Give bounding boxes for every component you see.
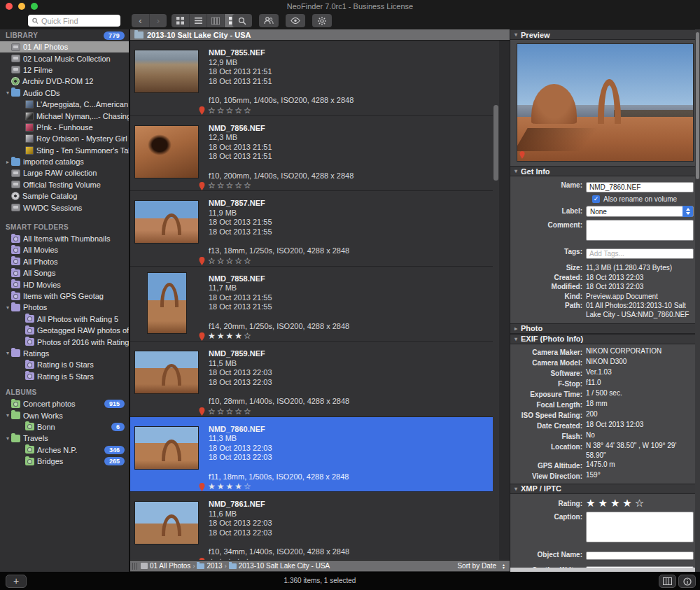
sidebar-item[interactable]: ▾Photos	[0, 302, 129, 313]
sidebar-item[interactable]: Large RAW collection	[0, 167, 129, 178]
sidebar-item[interactable]: Sample Catalog	[0, 190, 129, 202]
preview-section-header[interactable]: ▾ Preview	[510, 29, 700, 40]
rename-checkbox[interactable]: ✓	[592, 195, 600, 203]
disclosure-triangle-icon: ▾	[4, 90, 11, 96]
forward-button[interactable]: ›	[149, 14, 167, 27]
comment-input[interactable]	[586, 220, 694, 241]
sidebar-item[interactable]: ▾Ratings	[0, 348, 129, 359]
map-icon	[663, 577, 672, 585]
map-button[interactable]	[659, 575, 676, 588]
sort-stepper-icon[interactable]: ▲▼	[502, 563, 505, 569]
sidebar-item[interactable]: P!nk - Funhouse	[0, 122, 129, 133]
find-button[interactable]	[232, 14, 252, 27]
xmp-field-input[interactable]	[586, 552, 694, 560]
inspector-scrollbar-thumb[interactable]	[696, 32, 699, 179]
breadcrumb-item[interactable]: 01 All Photos	[141, 562, 190, 570]
preview-rock	[531, 84, 577, 124]
sidebar-item[interactable]: Sting - Ten Summoner's Tales	[0, 145, 129, 156]
file-rating-stars[interactable]: ☆☆☆☆☆	[208, 407, 253, 417]
sidebar-item[interactable]: ▾Audio CDs	[0, 87, 129, 99]
users-button[interactable]	[259, 14, 279, 27]
sidebar-item[interactable]: Bonn6	[0, 421, 129, 433]
file-rating-stars[interactable]: ★★★★☆	[208, 332, 253, 342]
rating-stars[interactable]: ★★★★☆	[586, 497, 647, 510]
sidebar-item[interactable]: 01 All Photos	[0, 41, 129, 52]
breadcrumb-item[interactable]: 2013-10 Salt Lake City - USA	[229, 562, 330, 570]
sidebar-item[interactable]: ▸imported catalogs	[0, 156, 129, 167]
file-rating-stars[interactable]: ☆☆☆☆☆	[208, 257, 253, 267]
column-view-button[interactable]	[206, 14, 224, 27]
status-bar: + 1.360 items, 1 selected	[0, 572, 700, 590]
list-scrollbar-thumb[interactable]	[493, 105, 498, 181]
file-rating-stars[interactable]: ★★★★☆	[208, 482, 253, 492]
file-row[interactable]: NMD_7860.NEF11,3 MB18 Oct 2013 22:0318 O…	[130, 417, 493, 493]
file-rating-stars[interactable]: ☆☆☆☆☆	[208, 106, 253, 116]
breadcrumb-item[interactable]: 2013	[197, 562, 222, 570]
sidebar-item[interactable]: Michael Nyman,...- Chasing Pianos	[0, 110, 129, 121]
name-input[interactable]	[586, 182, 694, 192]
sidebar-item[interactable]: ▾Own Works	[0, 409, 129, 421]
sidebar-item[interactable]: Bridges265	[0, 456, 129, 467]
sidebar-item[interactable]: 02 Local Music Collection	[0, 52, 129, 64]
eye-icon	[290, 17, 300, 24]
photo-section-title: Photo	[521, 324, 542, 332]
sidebar-item[interactable]: Items with GPS Geotag	[0, 290, 129, 302]
sidebar-item[interactable]: L'Arpeggiata, C...American Project	[0, 99, 129, 110]
path-drag-handle[interactable]	[132, 563, 138, 570]
tags-input[interactable]	[586, 248, 694, 259]
file-camera-settings: f10, 105mm, 1/400s, ISO200, 4288 x 2848	[209, 96, 354, 106]
grid-view-button[interactable]	[172, 14, 189, 27]
sidebar-item[interactable]: WWDC Sessions	[0, 202, 129, 213]
sidebar-item-label: 12 Filme	[23, 66, 52, 74]
file-row[interactable]: NMD_7858.NEF11,7 MB18 Oct 2013 21:5518 O…	[130, 267, 493, 342]
add-button[interactable]: +	[6, 575, 27, 588]
list-icon	[195, 17, 202, 24]
file-row[interactable]: NMD_7855.NEF12,9 MB18 Oct 2013 21:5118 O…	[130, 41, 493, 116]
list-view-button[interactable]	[189, 14, 206, 27]
sidebar-item[interactable]: All Items with Thumbnails	[0, 233, 129, 244]
file-row[interactable]: NMD_7859.NEF11,5 MB18 Oct 2013 22:0318 O…	[130, 342, 493, 417]
sidebar-item[interactable]: Rating is 0 Stars	[0, 359, 129, 370]
sidebar-item[interactable]: All Songs	[0, 267, 129, 279]
getinfo-section-header[interactable]: ▾ Get Info	[510, 166, 700, 176]
exif-section-header[interactable]: ▾ EXIF (Photo Info)	[510, 334, 700, 344]
gear-icon	[318, 17, 326, 25]
sort-label[interactable]: Sort by Date	[457, 562, 496, 570]
sidebar-item[interactable]: 12 Filme	[0, 64, 129, 76]
sidebar-item[interactable]: All Photos with Rating 5	[0, 314, 129, 325]
back-button[interactable]: ‹	[132, 14, 149, 27]
quick-find-field[interactable]	[28, 15, 120, 27]
list-gutter	[499, 41, 510, 560]
quicklook-button[interactable]	[286, 14, 305, 27]
caption-input[interactable]	[586, 512, 694, 542]
disclosure-triangle-icon: ▾	[4, 412, 11, 419]
sidebar-item[interactable]: Rating is 5 Stars	[0, 371, 129, 382]
folder-icon	[229, 563, 237, 569]
settings-button[interactable]	[312, 14, 332, 27]
sidebar-item[interactable]: Geotagged RAW photos of 2013	[0, 325, 129, 336]
sidebar-item[interactable]: All Movies	[0, 244, 129, 255]
sidebar-item[interactable]: HD Movies	[0, 279, 129, 290]
sidebar-item[interactable]: Photos of 2016 with Rating 5	[0, 336, 129, 347]
count-badge: 346	[104, 446, 125, 454]
file-row[interactable]: NMD_7857.NEF11,9 MB18 Oct 2013 21:5518 O…	[130, 191, 493, 267]
sidebar-item[interactable]: ▾Travels	[0, 433, 129, 444]
sidebar-item[interactable]: Archiv DVD-ROM 12	[0, 76, 129, 87]
preview-image[interactable]	[517, 43, 694, 162]
photo-section-header[interactable]: ▸ Photo	[510, 323, 700, 334]
inspector-scrollbar[interactable]	[695, 29, 700, 572]
list-scrollbar[interactable]	[493, 41, 499, 560]
file-rating-stars[interactable]: ☆☆☆☆☆	[208, 181, 253, 191]
info-button[interactable]	[678, 575, 696, 588]
sidebar-item[interactable]: Official Testing Volume	[0, 179, 129, 190]
file-info: NMD_7855.NEF12,9 MB18 Oct 2013 21:5118 O…	[203, 41, 354, 115]
sidebar-item[interactable]: Concert photos915	[0, 398, 129, 409]
xmp-section-header[interactable]: ▾ XMP / IPTC	[510, 484, 700, 494]
file-row[interactable]: NMD_7856.NEF12,3 MB18 Oct 2013 21:5118 O…	[130, 116, 493, 192]
file-row[interactable]: NMD_7861.NEF11,6 MB18 Oct 2013 22:0318 O…	[130, 492, 493, 560]
sidebar-item[interactable]: Arches N.P.346	[0, 444, 129, 456]
quick-find-input[interactable]	[41, 17, 116, 25]
label-select[interactable]: None	[586, 206, 694, 217]
sidebar-item[interactable]: All Photos	[0, 256, 129, 267]
sidebar-item[interactable]: Roy Orbison - Mystery Girl	[0, 133, 129, 144]
